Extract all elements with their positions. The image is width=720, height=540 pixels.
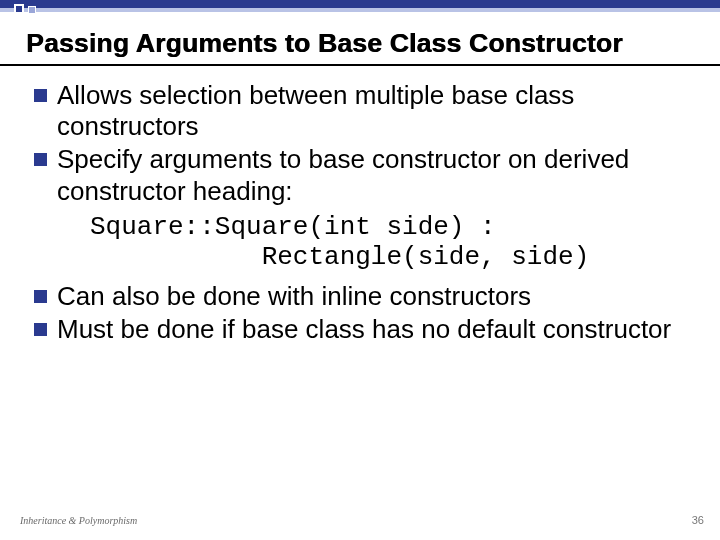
square-bullet-icon — [34, 290, 47, 303]
square-bullet-icon — [34, 89, 47, 102]
bullet-text: Must be done if base class has no defaul… — [57, 314, 671, 345]
top-square-decoration — [14, 4, 36, 14]
code-snippet: Square::Square(int side) : Rectangle(sid… — [90, 213, 700, 273]
top-accent-bar-light — [0, 8, 720, 12]
square-bullet-icon — [34, 323, 47, 336]
title-underline — [0, 64, 720, 66]
top-accent-bar — [0, 0, 720, 8]
bullet-text: Can also be done with inline constructor… — [57, 281, 531, 312]
slide-content: Allows selection between multiple base c… — [34, 80, 700, 347]
slide-number: 36 — [692, 514, 704, 526]
square-icon — [28, 6, 36, 14]
bullet-item: Can also be done with inline constructor… — [34, 281, 700, 312]
bullet-item: Allows selection between multiple base c… — [34, 80, 700, 142]
bullet-text: Allows selection between multiple base c… — [57, 80, 700, 142]
square-bullet-icon — [34, 153, 47, 166]
bullet-item: Specify arguments to base constructor on… — [34, 144, 700, 206]
square-icon — [14, 4, 24, 14]
footer-topic: Inheritance & Polymorphism — [20, 515, 137, 526]
slide-title: Passing Arguments to Base Class Construc… — [26, 28, 623, 59]
bullet-item: Must be done if base class has no defaul… — [34, 314, 700, 345]
bullet-text: Specify arguments to base constructor on… — [57, 144, 700, 206]
